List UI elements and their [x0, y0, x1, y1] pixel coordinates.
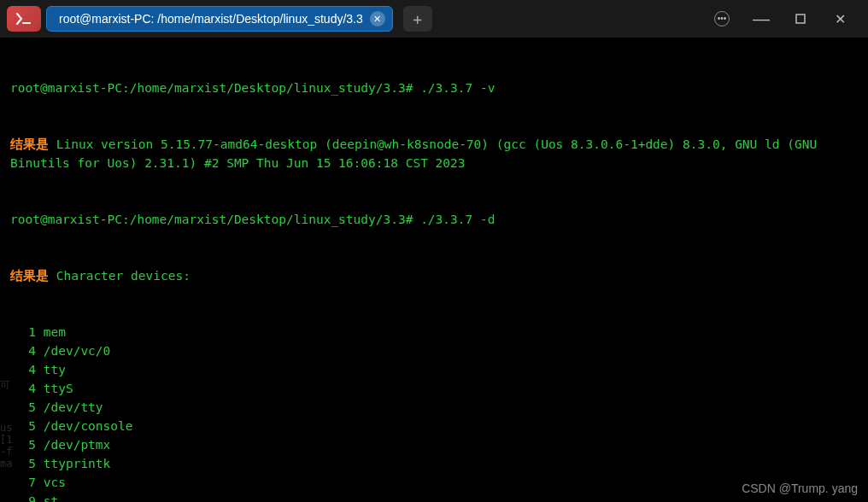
device-number: 4 [10, 341, 36, 360]
new-tab-button[interactable]: + [403, 6, 432, 32]
watermark: CSDN @Trump. yang [742, 482, 858, 495]
device-name: /dev/ptmx [36, 438, 110, 452]
device-row: 1 mem [0, 323, 868, 341]
prompt-line: root@marxist-PC:/home/marxist/Desktop/li… [0, 79, 868, 97]
device-number: 4 [10, 379, 36, 398]
tab-title: root@marxist-PC: /home/marxist/Desktop/l… [59, 12, 363, 26]
device-row: 5 /dev/tty [0, 398, 868, 417]
device-name: ttyprintk [36, 457, 110, 470]
device-name: /dev/tty [36, 400, 103, 414]
result-text: Character devices: [49, 269, 191, 283]
terminal-content[interactable]: root@marxist-PC:/home/marxist/Desktop/li… [0, 38, 868, 502]
prompt-line: root@marxist-PC:/home/marxist/Desktop/li… [0, 210, 868, 229]
more-button[interactable]: ••• [711, 8, 733, 30]
title-bar: root@marxist-PC: /home/marxist/Desktop/l… [0, 0, 868, 38]
device-number: 5 [10, 417, 36, 435]
device-number: 4 [10, 360, 36, 379]
device-name: mem [36, 325, 66, 339]
device-number: 7 [10, 473, 36, 492]
close-button[interactable]: ✕ [829, 8, 851, 30]
output-line: 结果是 Linux version 5.15.77-amd64-desktop … [0, 135, 868, 172]
device-row: 5 /dev/console [0, 417, 868, 435]
device-name: /dev/vc/0 [36, 344, 110, 358]
terminal-app-icon [7, 6, 41, 32]
device-row: 4 ttyS [0, 379, 868, 398]
device-number: 5 [10, 398, 36, 417]
result-label: 结果是 [10, 269, 49, 283]
device-row: 7 vcs [0, 473, 868, 492]
output-line: 结果是 Character devices: [0, 266, 868, 285]
prompt: root@marxist-PC:/home/marxist/Desktop/li… [10, 81, 413, 95]
device-number: 1 [10, 323, 36, 341]
device-name: st [36, 494, 58, 502]
command: ./3.3.7 -d [413, 213, 495, 226]
prompt: root@marxist-PC:/home/marxist/Desktop/li… [10, 213, 413, 226]
result-text: Linux version 5.15.77-amd64-desktop (dee… [10, 137, 817, 170]
tab-active[interactable]: root@marxist-PC: /home/marxist/Desktop/l… [46, 6, 393, 32]
svg-rect-0 [796, 15, 805, 23]
device-name: ttyS [36, 382, 73, 395]
command: ./3.3.7 -v [413, 81, 495, 95]
device-row: 5 ttyprintk [0, 454, 868, 473]
device-row: 9 st [0, 492, 868, 502]
device-row: 4 /dev/vc/0 [0, 341, 868, 360]
minimize-button[interactable]: — [750, 8, 772, 30]
device-list: 1 mem4 /dev/vc/04 tty4 ttyS5 /dev/tty5 /… [0, 323, 868, 502]
device-number: 5 [10, 454, 36, 473]
device-name: vcs [36, 476, 66, 489]
device-name: tty [36, 363, 66, 376]
result-label: 结果是 [10, 137, 49, 151]
device-number: 9 [10, 492, 36, 502]
device-name: /dev/console [36, 419, 133, 433]
window-controls: ••• — ✕ [711, 8, 861, 30]
maximize-button[interactable] [789, 8, 812, 30]
device-number: 5 [10, 435, 36, 454]
device-row: 4 tty [0, 360, 868, 379]
device-row: 5 /dev/ptmx [0, 435, 868, 454]
tab-close-icon[interactable]: ✕ [370, 11, 385, 26]
